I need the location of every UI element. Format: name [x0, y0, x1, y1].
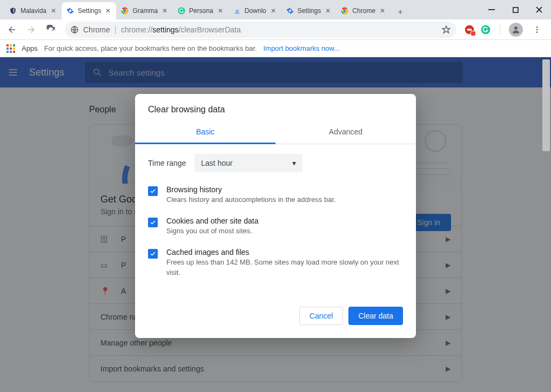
back-button[interactable] — [3, 21, 21, 38]
forward-button[interactable] — [23, 21, 40, 38]
option-desc: Frees up less than 142 MB. Some sites ma… — [166, 258, 403, 277]
bookmarks-hint: For quick access, place your bookmarks h… — [44, 44, 257, 52]
page-content: Settings People Get Goo Sign in to s ⚿P▶… — [0, 57, 551, 392]
close-icon[interactable]: ✕ — [104, 7, 112, 15]
option-cached: Cached images and files Frees up less th… — [148, 248, 403, 277]
tab-persona[interactable]: Persona ✕ — [173, 2, 229, 19]
download-icon — [233, 6, 241, 15]
apps-icon[interactable] — [6, 44, 15, 53]
option-title: Browsing history — [166, 185, 336, 194]
browser-toolbar: Chrome | chrome://settings/clearBrowserD… — [0, 19, 551, 40]
svg-point-10 — [481, 25, 490, 34]
dropdown-arrow-icon: ▾ — [292, 159, 296, 167]
tab-advanced[interactable]: Advanced — [276, 121, 416, 144]
scrollbar-thumb[interactable] — [542, 59, 550, 151]
shield-icon — [9, 6, 17, 15]
cancel-button[interactable]: Cancel — [299, 307, 344, 325]
extensions-area — [462, 21, 548, 38]
clear-data-button[interactable]: Clear data — [348, 307, 403, 325]
extension-grammarly-icon[interactable] — [480, 24, 491, 35]
svg-rect-9 — [467, 29, 472, 30]
time-range-label: Time range — [148, 159, 186, 167]
tab-title: Gramma — [132, 7, 158, 15]
tab-title: Settings — [78, 7, 101, 15]
close-icon[interactable]: ✕ — [270, 7, 277, 15]
minimize-button[interactable] — [480, 2, 503, 18]
option-desc: Signs you out of most sites. — [166, 226, 258, 236]
svg-point-2 — [178, 8, 185, 15]
option-desc: Clears history and autocompletions in th… — [166, 195, 336, 205]
checkbox-cookies[interactable] — [148, 218, 158, 227]
omnibox-url: chrome://settings/clearBrowserData — [121, 25, 241, 34]
option-browsing-history: Browsing history Clears history and auto… — [148, 185, 403, 205]
dialog-tabs: Basic Advanced — [135, 121, 416, 144]
checkbox-browsing-history[interactable] — [148, 186, 158, 196]
tab-title: Persona — [189, 7, 213, 15]
address-bar[interactable]: Chrome | chrome://settings/clearBrowserD… — [65, 22, 456, 38]
tab-settings-active[interactable]: Settings ✕ — [62, 2, 116, 19]
chrome-icon — [340, 6, 349, 15]
option-title: Cookies and other site data — [166, 217, 258, 225]
gear-icon — [286, 6, 294, 15]
import-bookmarks-link[interactable]: Import bookmarks now... — [263, 44, 340, 52]
bookmarks-bar: Apps For quick access, place your bookma… — [0, 40, 551, 57]
svg-point-14 — [536, 31, 538, 33]
clear-browsing-data-dialog: Clear browsing data Basic Advanced Time … — [135, 94, 416, 338]
dialog-title: Clear browsing data — [135, 94, 416, 121]
apps-label[interactable]: Apps — [22, 44, 38, 52]
window-controls — [480, 0, 551, 19]
close-icon[interactable]: ✕ — [50, 7, 57, 15]
new-tab-button[interactable] — [393, 4, 408, 19]
tab-download[interactable]: Downlo ✕ — [229, 2, 281, 19]
tab-title: Downlo — [245, 7, 266, 15]
close-icon[interactable]: ✕ — [324, 7, 332, 15]
tab-title: Settings — [298, 7, 321, 15]
close-icon[interactable]: ✕ — [379, 7, 386, 15]
bookmark-star-icon[interactable] — [441, 25, 451, 35]
svg-point-11 — [514, 26, 518, 30]
grammarly-icon — [177, 6, 186, 15]
tab-settings-2[interactable]: Settings ✕ — [281, 2, 336, 19]
close-window-button[interactable] — [527, 2, 551, 18]
extension-adblock-icon[interactable] — [464, 24, 475, 35]
maximize-button[interactable] — [503, 2, 527, 18]
chrome-icon — [120, 6, 129, 15]
svg-point-12 — [536, 26, 538, 28]
menu-dots-icon[interactable] — [528, 21, 546, 38]
time-range-value: Last hour — [201, 159, 232, 167]
omnibox-separator: | — [115, 25, 117, 35]
checkbox-cached[interactable] — [148, 249, 158, 259]
close-icon[interactable]: ✕ — [217, 7, 224, 15]
tab-strip: Malavida ✕ Settings ✕ Gramma ✕ Persona ✕… — [0, 0, 480, 19]
tab-malavida[interactable]: Malavida ✕ — [4, 2, 62, 19]
window-titlebar: Malavida ✕ Settings ✕ Gramma ✕ Persona ✕… — [0, 0, 551, 19]
profile-avatar-icon[interactable] — [509, 23, 523, 37]
globe-icon — [70, 25, 79, 34]
tab-title: Malavida — [21, 7, 46, 15]
tab-chrome[interactable]: Chrome ✕ — [336, 2, 391, 19]
reload-button[interactable] — [42, 21, 59, 38]
tab-title: Chrome — [352, 7, 375, 15]
gear-icon — [66, 6, 75, 15]
time-range-select[interactable]: Last hour ▾ — [194, 154, 303, 172]
omnibox-origin: Chrome — [83, 25, 110, 34]
option-cookies: Cookies and other site data Signs you ou… — [148, 217, 403, 236]
svg-point-13 — [536, 29, 538, 30]
svg-rect-5 — [488, 9, 495, 10]
svg-rect-6 — [513, 7, 518, 12]
tab-gramma[interactable]: Gramma ✕ — [116, 2, 173, 19]
close-icon[interactable]: ✕ — [161, 7, 169, 15]
tab-basic[interactable]: Basic — [135, 121, 276, 144]
separator — [500, 24, 500, 35]
option-title: Cached images and files — [166, 248, 403, 256]
